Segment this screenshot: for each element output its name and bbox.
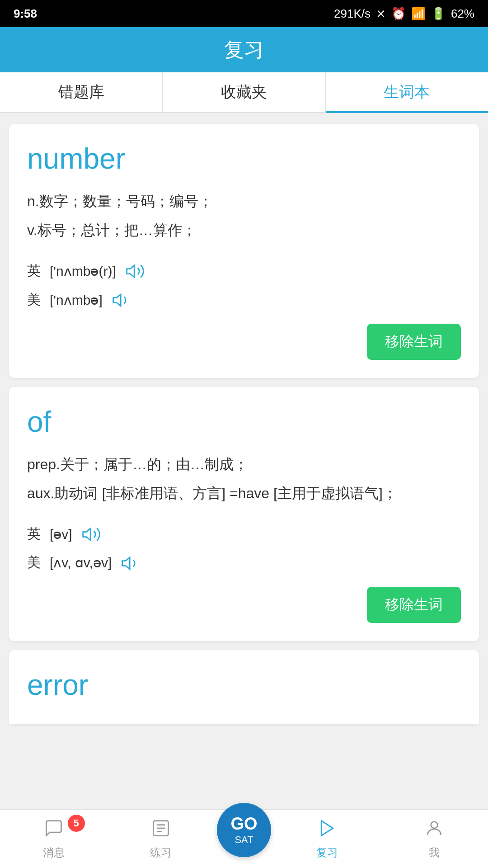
phonetic-of-us: 美 [ʌv, ɑv,əv] [27, 552, 461, 573]
word-def-of-1: prep.关于；属于…的；由…制成； [27, 452, 461, 476]
sound-en-icon[interactable] [125, 261, 145, 281]
card-footer-of: 移除生词 [27, 587, 461, 623]
region-of-us: 美 [27, 553, 41, 572]
messages-label: 消息 [43, 845, 65, 860]
nav-item-gosat[interactable]: GO SAT [215, 821, 273, 857]
ipa-us: ['nʌmbə] [50, 292, 103, 308]
remove-of-btn[interactable]: 移除生词 [367, 587, 461, 623]
battery-percent: 62% [451, 7, 474, 21]
word-card-number: number n.数字；数量；号码；编号； v.标号；总计；把…算作； 英 ['… [9, 124, 479, 378]
tab-vocab[interactable]: 生词本 [326, 72, 488, 112]
word-card-of: of prep.关于；属于…的；由…制成； aux.助动词 [非标准用语、方言]… [9, 387, 479, 641]
svg-marker-2 [83, 528, 90, 540]
network-speed: 291K/s [334, 7, 371, 21]
tab-favorites[interactable]: 收藏夹 [163, 72, 325, 112]
card-footer: 移除生词 [27, 324, 461, 360]
word-card-error-partial: error [9, 650, 479, 724]
word-title-error: error [27, 668, 461, 702]
ipa-en: ['nʌmbə(r)] [50, 263, 116, 279]
review-label: 复习 [316, 845, 338, 860]
phonetic-us: 美 ['nʌmbə] [27, 289, 461, 310]
content-area: number n.数字；数量；号码；编号； v.标号；总计；把…算作； 英 ['… [0, 113, 488, 803]
phonetic-of-en: 英 [əv] [27, 524, 461, 544]
tab-wrong[interactable]: 错题库 [0, 72, 163, 112]
battery-icon: 🔋 [431, 7, 446, 21]
word-title: number [27, 142, 461, 175]
page-title: 复习 [224, 37, 264, 63]
word-def-1: n.数字；数量；号码；编号； [27, 189, 461, 213]
ipa-of-en: [əv] [50, 526, 72, 542]
review-icon [317, 818, 337, 843]
sound-of-en-icon[interactable] [81, 524, 101, 544]
bluetooth-icon: ⨯ [376, 7, 386, 21]
signal-icon: 📶 [411, 7, 426, 21]
word-def-2: v.标号；总计；把…算作； [27, 218, 461, 242]
svg-marker-3 [122, 557, 130, 569]
region-en: 英 [27, 262, 41, 280]
word-def-of-2: aux.助动词 [非标准用语、方言] =have [主用于虚拟语气]； [27, 481, 461, 505]
practice-icon [151, 818, 171, 843]
sound-of-us-icon[interactable] [121, 552, 141, 573]
me-icon [424, 818, 444, 843]
svg-marker-0 [127, 265, 134, 277]
practice-label: 练习 [150, 845, 172, 860]
word-title-of: of [27, 405, 461, 439]
region-of-en: 英 [27, 525, 41, 543]
nav-item-review[interactable]: 复习 [273, 818, 381, 860]
gosat-sat: SAT [235, 834, 253, 846]
status-right: 291K/s ⨯ ⏰ 📶 🔋 62% [334, 7, 474, 21]
nav-item-practice[interactable]: 练习 [108, 818, 215, 860]
alarm-icon: ⏰ [391, 7, 406, 21]
nav-item-messages[interactable]: 5 消息 [0, 818, 108, 860]
phonetic-en: 英 ['nʌmbə(r)] [27, 261, 461, 281]
sound-us-icon[interactable] [112, 289, 131, 310]
svg-marker-8 [321, 821, 333, 835]
svg-point-9 [431, 821, 438, 828]
bottom-nav: 5 消息 练习 GO SAT [0, 809, 488, 868]
status-bar: 9:58 291K/s ⨯ ⏰ 📶 🔋 62% [0, 0, 488, 27]
messages-badge: 5 [68, 815, 85, 832]
messages-icon [44, 818, 64, 843]
svg-marker-1 [113, 294, 120, 306]
app-header: 复习 [0, 27, 488, 72]
ipa-of-us: [ʌv, ɑv,əv] [50, 555, 112, 571]
status-time: 9:58 [14, 7, 37, 21]
nav-item-me[interactable]: 我 [381, 818, 488, 860]
tab-bar: 错题库 收藏夹 生词本 [0, 72, 488, 113]
me-label: 我 [429, 845, 440, 860]
region-us: 美 [27, 291, 41, 309]
word-phonetics-of: 英 [əv] 美 [ʌv, ɑv,əv] [27, 524, 461, 573]
word-phonetics: 英 ['nʌmbə(r)] 美 ['nʌmbə] [27, 261, 461, 310]
remove-word-btn[interactable]: 移除生词 [367, 324, 461, 360]
gosat-go: GO [230, 814, 257, 835]
gosat-button[interactable]: GO SAT [217, 803, 271, 857]
